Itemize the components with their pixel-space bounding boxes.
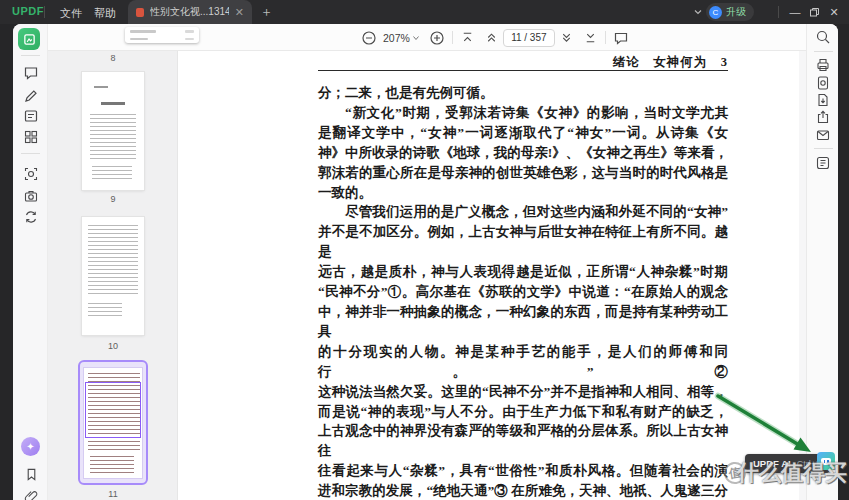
first-page-button[interactable] [460, 30, 475, 45]
print-icon[interactable] [814, 56, 832, 74]
right-tool-sidebar [806, 24, 838, 500]
hover-tooltip-popup [125, 27, 199, 43]
menu-help[interactable]: 帮助 [94, 6, 116, 21]
left-tool-sidebar: ✦ [13, 24, 48, 500]
titlebar-divider [44, 6, 45, 18]
document-text-line: 这种说法当然欠妥。这里的“民神不分”并不是指神和人相同、相等， [318, 382, 728, 402]
ocr-tool-icon[interactable] [21, 164, 41, 184]
document-text-line: 并不是不加区分。例如，上古女神与后世女神在特征上有所不同。越是 [318, 222, 728, 262]
document-text-line: “新文化”时期，受郭沫若诗集《女神》的影响，当时文学尤其 [318, 103, 728, 123]
titlebar: UPDF 文件 帮助 性别文化视...13141 ✕ ＋ C 升级 — ✕ [0, 0, 849, 24]
zoom-dropdown-caret-icon[interactable] [412, 34, 420, 42]
document-text-line: 神》中所收录的诗歌《地球，我的母亲!》、《女神之再生》等来看， [318, 143, 728, 163]
document-properties-icon[interactable] [814, 74, 832, 92]
edit-pdf-tool-icon[interactable] [21, 86, 41, 106]
account-upgrade-button[interactable]: C 升级 [706, 3, 754, 21]
reader-icon [23, 33, 36, 46]
form-tool-icon[interactable] [21, 106, 41, 126]
thumb-label-9: 9 [48, 194, 178, 204]
snapshot-tool-icon[interactable] [21, 186, 41, 206]
updf-app-window: UPDF 文件 帮助 性别文化视...13141 ✕ ＋ C 升级 — ✕ [0, 0, 849, 500]
bookmark-icon[interactable] [21, 464, 41, 484]
search-icon[interactable] [814, 28, 832, 46]
previous-page-button[interactable] [484, 30, 499, 45]
chevron-down-icon[interactable] [693, 7, 703, 17]
document-text-line: 的十分现实的人物。神是某种手艺的能手，是人们的师傅和同行。”② [318, 342, 728, 382]
close-button[interactable]: ✕ [826, 4, 842, 20]
comment-tool-icon[interactable] [21, 63, 41, 83]
tab-close-icon[interactable]: ✕ [235, 6, 244, 19]
document-text-line: 是翻译文学中，“女神”一词逐渐取代了“神女”一词。从诗集《女 [318, 123, 728, 143]
comment-bubble-icon[interactable] [613, 30, 629, 46]
minimize-button[interactable]: — [787, 4, 803, 20]
last-page-button[interactable] [583, 30, 598, 45]
document-text-line: 郭沫若的重心所在是母亲神的创世英雄色彩，这与当时的时代风格是 [318, 163, 728, 183]
thumbnail-page-9[interactable] [82, 72, 144, 190]
zoom-in-button[interactable] [429, 30, 445, 46]
thumbnail-page-11-selected[interactable] [78, 360, 148, 485]
thumb-label-8: 8 [48, 53, 178, 63]
sidebar-divider [814, 148, 833, 149]
attachment-icon[interactable] [21, 486, 41, 500]
document-text-line: “民神不分”①。高尔基在《苏联的文学》中说道：“在原始人的观念 [318, 282, 728, 302]
document-text-line: 分；二来，也是有先例可循。 [318, 83, 728, 103]
document-text-line: 尽管我们运用的是广义概念，但对这些内涵和外延不同的“女神” [318, 202, 728, 222]
header-rule [318, 70, 728, 71]
next-page-button[interactable] [559, 30, 574, 45]
updf-logo: UPDF [12, 5, 44, 17]
menu-file[interactable]: 文件 [60, 6, 82, 21]
zoom-out-button[interactable] [361, 30, 377, 46]
ai-assistant-sidebar-button[interactable]: ✦ [21, 437, 40, 456]
toolbar-divider [605, 31, 606, 44]
document-lines: 分；二来，也是有先例可循。“新文化”时期，受郭沫若诗集《女神》的影响，当时文学尤… [318, 83, 728, 500]
document-text-line: 一致的。 [318, 183, 728, 203]
center-column: 207% 11 / 357 [48, 24, 806, 500]
organize-pages-icon[interactable] [21, 127, 41, 147]
zoom-level-value[interactable]: 207% [383, 32, 410, 44]
settings-icon[interactable] [814, 154, 832, 172]
sidebar-divider [814, 51, 833, 52]
toolbar-divider [452, 31, 453, 44]
convert-tool-icon[interactable] [21, 207, 41, 227]
document-tab[interactable]: 性别文化视...13141 ✕ [128, 0, 252, 24]
document-text-line: 远古，越是质朴，神与人表现得越是近似，正所谓“人神杂糅”时期 [318, 262, 728, 282]
titlebar-divider [778, 6, 779, 18]
toolbar-center-group: 207% 11 / 357 [361, 24, 629, 51]
pdf-page: 绪论 女神何为 3 分；二来，也是有先例可循。“新文化”时期，受郭沫若诗集《女神… [178, 51, 799, 500]
thumb-label-11: 11 [48, 489, 178, 499]
ai-tooltip-label: UPDF AI [753, 458, 791, 469]
share-icon[interactable] [814, 108, 832, 126]
thumbnail-page-10[interactable] [82, 217, 144, 335]
pdf-file-icon [136, 8, 144, 17]
visible-region-indicator[interactable] [85, 382, 141, 438]
main-toolbar: 207% 11 / 357 [48, 24, 806, 51]
sidebar-divider [21, 55, 40, 56]
page-running-header: 绪论 女神何为 3 [318, 54, 728, 71]
document-text-line: 而是说“神的表现”与人不分。由于生产力低下和私有财产的缺乏， [318, 402, 728, 422]
document-text-line: 往看起来与人“杂糅”，具有“世俗性”和质朴风格。但随着社会的演 [318, 461, 728, 481]
page-number-input[interactable]: 11 / 357 [503, 29, 555, 47]
thumb-label-10: 10 [48, 341, 178, 351]
email-icon[interactable] [814, 126, 832, 144]
document-text-line: 中，神并非一种抽象的概念，一种幻象的东西，而是持有某种劳动工具 [318, 302, 728, 342]
upgrade-label: 升级 [726, 5, 746, 19]
new-tab-button[interactable]: ＋ [260, 3, 273, 21]
save-as-icon[interactable] [814, 91, 832, 109]
document-text-line: 上古观念中的神界没有森严的等级和严格的分层体系。所以上古女神往 [318, 421, 728, 461]
thumbnail-panel: 8 9 10 [48, 51, 178, 500]
app-body: ✦ 207% [13, 24, 838, 500]
sidebar-divider [21, 153, 40, 154]
user-avatar: C [709, 6, 722, 19]
reader-mode-button[interactable] [18, 28, 40, 50]
tab-title: 性别文化视...13141 [150, 5, 229, 19]
document-canvas[interactable]: 绪论 女神何为 3 分；二来，也是有先例可循。“新文化”时期，受郭沫若诗集《女神… [178, 51, 806, 500]
restore-button[interactable] [806, 4, 822, 20]
document-text-line: 进和宗教的发展，“绝地天通”③ 在所难免，天神、地祇、人鬼遂三分 [318, 481, 728, 500]
updf-ai-launcher-icon[interactable] [817, 452, 835, 470]
